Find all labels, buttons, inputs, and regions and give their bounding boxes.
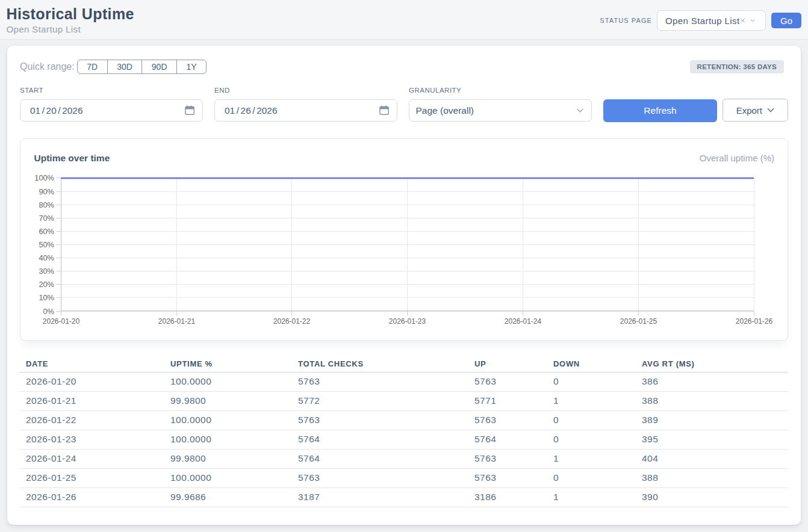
svg-text:2026-01-23: 2026-01-23 [389, 317, 426, 326]
svg-text:100%: 100% [35, 173, 54, 182]
svg-text:70%: 70% [39, 214, 54, 223]
svg-text:2026-01-24: 2026-01-24 [505, 317, 542, 326]
svg-text:60%: 60% [39, 227, 54, 236]
svg-text:30%: 30% [39, 267, 54, 276]
svg-text:2026-01-25: 2026-01-25 [620, 317, 657, 326]
svg-text:10%: 10% [39, 293, 54, 302]
svg-text:2026-01-21: 2026-01-21 [158, 317, 196, 326]
svg-text:20%: 20% [39, 280, 54, 289]
svg-text:50%: 50% [39, 240, 54, 249]
svg-text:2026-01-22: 2026-01-22 [273, 317, 311, 326]
svg-text:80%: 80% [39, 200, 54, 209]
svg-text:90%: 90% [39, 187, 54, 196]
svg-text:2026-01-20: 2026-01-20 [43, 317, 80, 326]
svg-text:0%: 0% [43, 307, 55, 316]
svg-text:40%: 40% [39, 253, 54, 262]
svg-text:2026-01-26: 2026-01-26 [736, 317, 773, 326]
